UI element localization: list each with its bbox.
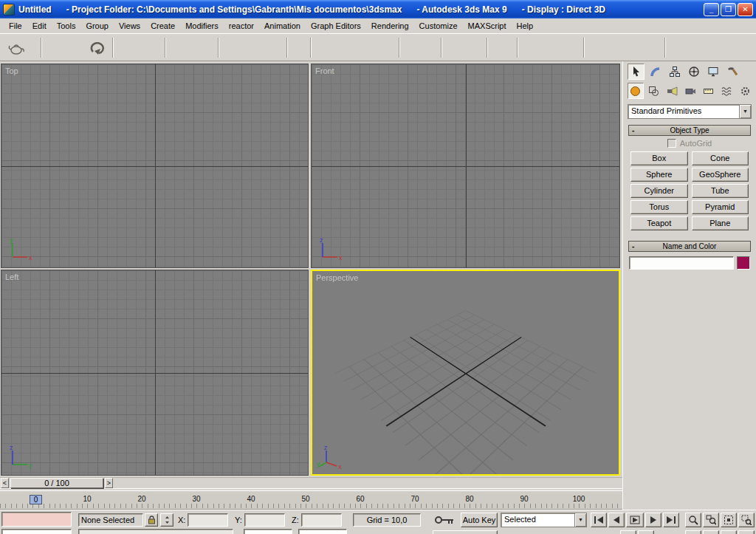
viewport-top[interactable]: Top x y xyxy=(1,64,309,268)
torus-button[interactable]: Torus xyxy=(630,200,688,214)
cameras-button[interactable] xyxy=(682,83,698,99)
viewport-label[interactable]: Perspective xyxy=(316,273,358,282)
y-coordinate-input[interactable] xyxy=(244,513,285,527)
pyramid-button[interactable]: Pyramid xyxy=(692,200,749,214)
viewport-top-canvas[interactable]: Top x y xyxy=(1,64,308,267)
menu-views[interactable]: Views xyxy=(114,19,145,32)
menu-create[interactable]: Create xyxy=(145,19,180,32)
orbit-button[interactable] xyxy=(721,530,737,534)
maximize-viewport-toggle[interactable] xyxy=(738,530,755,534)
frame-field[interactable] xyxy=(298,529,347,534)
zoom-button[interactable] xyxy=(685,513,701,527)
ruler-label: 100 xyxy=(573,495,585,503)
absolute-offset-toggle[interactable] xyxy=(160,513,173,527)
z-coordinate-input[interactable] xyxy=(301,513,342,527)
zoom-region-icon xyxy=(741,515,752,525)
viewport-label[interactable]: Top xyxy=(5,66,18,75)
field-of-view-button[interactable] xyxy=(685,530,701,534)
zoom-extents-button[interactable] xyxy=(721,513,737,527)
viewport-perspective[interactable]: Perspective z y x xyxy=(311,270,620,476)
viewport-label[interactable]: Front xyxy=(315,66,334,75)
viewport-left[interactable]: Left y z xyxy=(1,270,309,476)
motion-tab[interactable] xyxy=(685,64,702,80)
systems-button[interactable] xyxy=(737,83,753,99)
helpers-button[interactable] xyxy=(701,83,717,99)
maxscript-mini-listener[interactable] xyxy=(1,529,72,534)
ruler-label: 10 xyxy=(83,495,91,503)
undo-button[interactable] xyxy=(87,38,108,58)
menu-reactor[interactable]: reactor xyxy=(224,19,259,32)
teapot-toolbar-button[interactable] xyxy=(6,38,27,58)
viewport-left-canvas[interactable]: Left y z xyxy=(1,270,308,475)
sphere-button[interactable]: Sphere xyxy=(630,168,688,182)
minimize-button[interactable]: _ xyxy=(704,3,719,16)
modify-tab[interactable] xyxy=(647,64,664,80)
next-frame-button[interactable] xyxy=(645,513,662,527)
hierarchy-tab[interactable] xyxy=(666,64,683,80)
space-warps-button[interactable] xyxy=(719,83,735,99)
zoom-region-button[interactable] xyxy=(738,513,755,527)
time-field[interactable] xyxy=(244,529,292,534)
maximize-button[interactable]: ❐ xyxy=(721,3,736,16)
chevron-down-icon[interactable]: ▼ xyxy=(574,513,586,527)
autogrid-checkbox[interactable] xyxy=(667,139,676,148)
go-to-end-button[interactable] xyxy=(663,513,679,527)
close-button[interactable]: ✕ xyxy=(738,3,753,16)
object-color-swatch[interactable] xyxy=(737,256,750,270)
chevron-down-icon[interactable]: ▼ xyxy=(739,105,751,118)
maxscript-macro-recorder[interactable] xyxy=(1,512,72,527)
menu-customize[interactable]: Customize xyxy=(414,19,463,32)
name-color-rollout-header[interactable]: - Name and Color xyxy=(628,241,751,252)
geometry-sphere-icon xyxy=(630,86,641,97)
menu-graph-editors[interactable]: Graph Editors xyxy=(306,19,366,32)
menu-file[interactable]: File xyxy=(4,19,27,32)
teapot-button[interactable]: Teapot xyxy=(630,216,688,230)
x-coordinate-input[interactable] xyxy=(188,513,228,527)
menu-animation[interactable]: Animation xyxy=(259,19,306,32)
primitive-category-dropdown[interactable]: Standard Primitives ▼ xyxy=(628,104,752,119)
time-slider-handle[interactable]: 0 / 100 xyxy=(10,478,103,488)
menu-maxscript[interactable]: MAXScript xyxy=(463,19,512,32)
box-button[interactable]: Box xyxy=(630,151,688,165)
selection-lock-toggle[interactable] xyxy=(145,513,158,527)
arc-rotate-button[interactable] xyxy=(638,530,654,534)
cone-button[interactable]: Cone xyxy=(692,151,749,165)
zoom-extents-icon xyxy=(724,515,734,525)
set-keys-button[interactable] xyxy=(433,512,456,528)
previous-frame-button[interactable] xyxy=(608,513,625,527)
auto-key-button[interactable]: Auto Key xyxy=(461,513,498,527)
viewport-perspective-canvas[interactable]: Perspective z y x xyxy=(312,271,619,474)
menu-edit[interactable]: Edit xyxy=(27,19,52,32)
geometry-button[interactable] xyxy=(628,83,644,99)
shapes-button[interactable] xyxy=(646,83,662,99)
previous-frame-arrow[interactable]: < xyxy=(1,478,9,488)
plane-button[interactable]: Plane xyxy=(692,216,749,230)
tube-button[interactable]: Tube xyxy=(692,184,749,198)
create-tab[interactable] xyxy=(628,64,645,80)
utilities-tab[interactable] xyxy=(724,64,740,80)
key-filters-button[interactable] xyxy=(433,530,498,534)
menu-help[interactable]: Help xyxy=(512,19,539,32)
track-bar[interactable]: 0 10 20 30 40 50 60 70 80 90 100 xyxy=(0,490,622,510)
pan-view-button[interactable] xyxy=(620,530,636,534)
zoom-all-button[interactable] xyxy=(703,513,719,527)
key-mode-dropdown[interactable]: Selected ▼ xyxy=(501,513,587,527)
go-to-start-button[interactable] xyxy=(591,513,607,527)
menu-rendering[interactable]: Rendering xyxy=(366,19,414,32)
object-name-input[interactable] xyxy=(629,256,734,270)
next-frame-arrow[interactable]: > xyxy=(105,478,113,488)
lights-button[interactable] xyxy=(664,83,681,99)
viewport-label[interactable]: Left xyxy=(5,273,18,281)
current-frame-marker[interactable]: 0 xyxy=(30,495,42,504)
play-animation-button[interactable] xyxy=(626,513,644,527)
cylinder-button[interactable]: Cylinder xyxy=(630,184,688,198)
viewport-front-canvas[interactable]: Front x z xyxy=(312,64,619,267)
menu-tools[interactable]: Tools xyxy=(52,19,81,32)
menu-group[interactable]: Group xyxy=(80,19,114,32)
menu-modifiers[interactable]: Modifiers xyxy=(180,19,224,32)
geosphere-button[interactable]: GeoSphere xyxy=(692,168,749,182)
viewport-front[interactable]: Front x z xyxy=(311,64,620,268)
object-type-rollout-header[interactable]: - Object Type xyxy=(628,125,751,136)
display-tab[interactable] xyxy=(704,64,721,80)
pan-button[interactable] xyxy=(703,530,719,534)
